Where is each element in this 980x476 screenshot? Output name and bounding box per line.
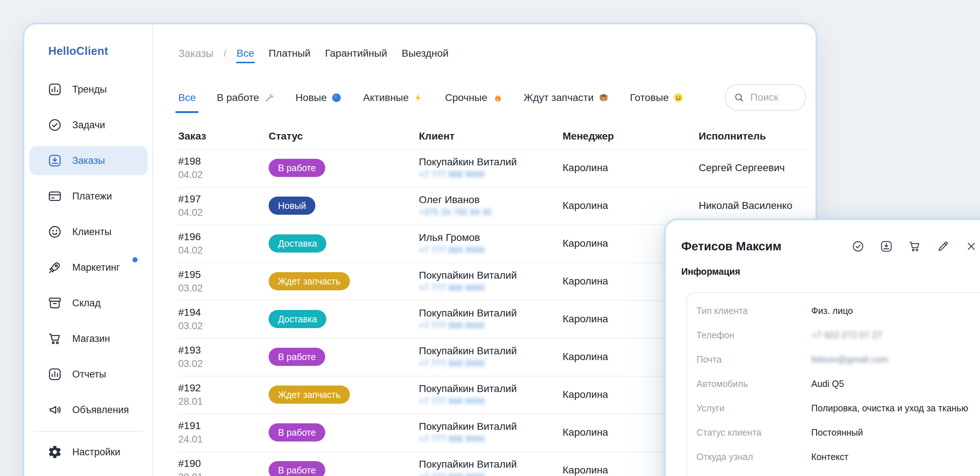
status-badge: В работе	[269, 159, 325, 177]
order-type-tab-2[interactable]: Гарантийный	[325, 48, 387, 59]
sidebar-item-payments[interactable]: Платежи	[29, 182, 148, 211]
filter-tab-label: Все	[178, 92, 196, 104]
executor-name: Николай Василенко	[699, 200, 792, 211]
sidebar-item-orders[interactable]: Заказы	[29, 146, 148, 175]
client-field-value: Контекст	[811, 452, 849, 462]
filter-tab-4[interactable]: Срочные	[445, 92, 503, 104]
filter-tab-label: Срочные	[445, 92, 487, 104]
filter-tabs: ВсеВ работеНовыеАктивныеСрочныеЖдут запч…	[178, 90, 684, 106]
inbox-icon[interactable]	[880, 240, 893, 253]
sidebar-item-label: Настройки	[72, 447, 120, 458]
sidebar-item-warehouse[interactable]: Склад	[29, 289, 148, 318]
sidebar-item-label: Заказы	[72, 155, 105, 166]
order-type-tab-3[interactable]: Выездной	[402, 48, 449, 59]
order-number: #191	[178, 420, 203, 432]
client-field-value: fetisov@gmail.com	[811, 354, 888, 365]
order-row[interactable]: #19804.02В работеПокупайкин Виталий+7 77…	[153, 149, 816, 187]
sidebar-item-label: Задачи	[72, 120, 105, 131]
order-number: #198	[178, 155, 203, 167]
client-field-label: Почта	[697, 354, 811, 365]
client-phone: +7 777 888 9999	[419, 396, 517, 406]
cart-icon[interactable]	[908, 240, 921, 253]
sidebar-item-reports[interactable]: Отчеты	[29, 360, 148, 389]
breadcrumb-separator: /	[224, 48, 226, 59]
order-type-tab-0[interactable]: Все	[237, 48, 254, 59]
check-circle-icon[interactable]	[851, 240, 865, 253]
client-field-row: Откуда узналКонтекст	[697, 445, 980, 469]
filter-tab-label: Новые	[296, 92, 327, 104]
filter-tab-5[interactable]: Ждут запчасти	[524, 92, 609, 104]
client-field-value: Audi Q5	[811, 379, 844, 389]
order-date: 04.02	[178, 245, 203, 256]
order-date: 04.02	[178, 169, 203, 180]
status-badge: В работе	[269, 348, 325, 366]
executor-name: Сергей Сергеевич	[699, 162, 785, 173]
client-field-label: Откуда узнал	[697, 452, 811, 462]
sidebar-item-label: Магазин	[72, 333, 110, 345]
order-date: 24.01	[178, 434, 203, 445]
shop-icon	[48, 331, 62, 346]
sidebar-item-marketing[interactable]: Маркетинг	[29, 253, 148, 282]
order-date: 20.01	[178, 472, 203, 476]
sidebar-item-label: Тренды	[72, 84, 107, 95]
tab-information[interactable]: Информация	[681, 265, 740, 278]
client-phone: +7 777 888 9999	[419, 358, 517, 369]
status-badge: В работе	[269, 423, 325, 441]
client-name: Покупайкин Виталий	[419, 421, 517, 432]
client-field-label: Услуги	[697, 403, 811, 414]
order-date: 04.02	[178, 207, 203, 218]
sidebar-item-shop[interactable]: Магазин	[29, 324, 148, 353]
client-phone: +375 33 765 89 45	[419, 207, 492, 217]
filter-tab-3[interactable]: Активные	[363, 92, 424, 104]
sidebar-item-trends[interactable]: Тренды	[29, 75, 148, 104]
client-field-value: +7 922 272 07 27	[811, 330, 882, 340]
status-badge: В работе	[269, 461, 325, 476]
client-phone: +7 777 888 9999	[419, 321, 517, 331]
sidebar-item-clients[interactable]: Клиенты	[29, 217, 148, 246]
filter-tab-6[interactable]: Готовые	[630, 92, 684, 104]
client-phone: +7 777 888 9999	[419, 472, 517, 476]
sidebar: HelloClient ТрендыЗадачиЗаказыПлатежиКли…	[24, 24, 153, 476]
client-name: Олег Иванов	[419, 194, 492, 206]
manager-name: Каролина	[563, 275, 608, 287]
client-field-value: Полировка, очистка и уход за тканью	[811, 403, 968, 414]
client-field-row: АвтомобильAudi Q5	[697, 372, 980, 396]
manager-name: Каролина	[563, 464, 608, 476]
client-field-label: Автомобиль	[697, 379, 811, 389]
trends-icon	[48, 82, 62, 97]
client-field-row: Тип клиентаФиз. лицо	[697, 299, 980, 323]
filter-tab-0[interactable]: Все	[178, 92, 196, 104]
order-number: #192	[178, 382, 203, 394]
column-header-order: Заказ	[178, 128, 206, 145]
sidebar-item-label: Маркетинг	[72, 262, 120, 273]
search-input[interactable]	[749, 91, 794, 104]
sidebar-item-tasks[interactable]: Задачи	[29, 110, 148, 139]
manager-name: Каролина	[563, 313, 608, 324]
client-field-label: Тип клиента	[697, 305, 811, 316]
status-badge: Ждет запчасть	[269, 272, 350, 290]
sidebar-divider	[34, 431, 143, 432]
clients-icon	[48, 225, 62, 239]
sidebar-item-settings[interactable]: Настройки	[29, 438, 148, 466]
close-icon[interactable]	[965, 240, 978, 253]
sidebar-item-announcements[interactable]: Объявления	[29, 395, 148, 425]
client-field-label: Телефон	[697, 330, 811, 340]
client-field-row: Статус клиентаПостоянный	[697, 420, 980, 445]
order-type-tabs: ВсеПлатныйГарантийныйВыездной	[237, 48, 449, 59]
order-type-tab-1[interactable]: Платный	[269, 48, 310, 59]
client-name: Покупайкин Виталий	[419, 345, 517, 357]
search-box[interactable]	[725, 84, 806, 111]
filter-tab-label: Активные	[363, 92, 409, 104]
orders-icon	[48, 153, 62, 168]
order-number: #190	[178, 458, 203, 470]
sidebar-item-label: Платежи	[72, 191, 112, 202]
filter-tab-1[interactable]: В работе	[217, 92, 274, 104]
column-header-executor: Исполнитель	[699, 128, 766, 145]
filter-tab-2[interactable]: Новые	[296, 92, 342, 104]
client-field-row: Телефон+7 922 272 07 27	[697, 323, 980, 347]
client-name: Покупайкин Виталий	[419, 458, 517, 470]
blue-circle-icon	[331, 92, 342, 103]
fire-icon	[492, 92, 503, 103]
sidebar-item-label: Объявления	[72, 404, 129, 416]
edit-icon[interactable]	[937, 240, 950, 253]
